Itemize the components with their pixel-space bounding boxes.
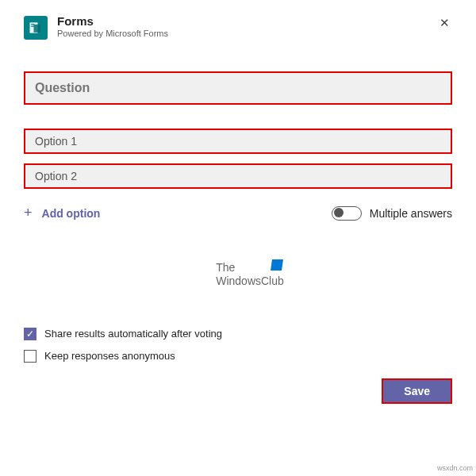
header-text: Forms Powered by Microsoft Forms [57, 14, 452, 38]
svg-rect-3 [31, 26, 34, 27]
multiple-answers-control: Multiple answers [332, 206, 452, 221]
svg-rect-2 [31, 24, 34, 25]
multiple-answers-label: Multiple answers [370, 207, 452, 220]
forms-icon [28, 20, 44, 36]
share-results-row: ✓ Share results automatically after voti… [24, 328, 452, 340]
add-option-button[interactable]: + Add option [24, 205, 100, 221]
watermark-line1: The [216, 261, 235, 274]
anonymous-checkbox[interactable] [24, 350, 36, 363]
share-results-label: Share results automatically after voting [44, 328, 222, 340]
dialog-container: Forms Powered by Microsoft Forms ✕ + Add… [0, 0, 476, 418]
app-subtitle: Powered by Microsoft Forms [57, 29, 452, 38]
option-input-2[interactable] [24, 163, 452, 189]
close-button[interactable]: ✕ [436, 14, 452, 30]
source-note: wsxdn.com [437, 464, 473, 472]
anonymous-row: Keep responses anonymous [24, 350, 452, 363]
svg-rect-1 [34, 25, 40, 33]
controls-row: + Add option Multiple answers [24, 205, 452, 221]
anonymous-label: Keep responses anonymous [44, 350, 175, 362]
close-icon: ✕ [440, 16, 450, 29]
settings-area: ✓ Share results automatically after voti… [24, 328, 452, 363]
dialog-header: Forms Powered by Microsoft Forms ✕ [24, 14, 452, 40]
watermark-text: The WindowsClub [192, 261, 284, 288]
question-input[interactable] [24, 71, 452, 105]
forms-app-icon [24, 16, 48, 40]
watermark: The WindowsClub [24, 261, 452, 288]
add-option-label: Add option [42, 207, 101, 220]
option-input-1[interactable] [24, 129, 452, 154]
dialog-footer: Save [24, 378, 452, 404]
multiple-answers-toggle[interactable] [332, 206, 362, 221]
watermark-square-icon [271, 259, 283, 271]
app-title: Forms [57, 14, 452, 28]
toggle-knob [334, 208, 344, 217]
form-area: + Add option Multiple answers [24, 71, 452, 221]
share-results-checkbox[interactable]: ✓ [24, 328, 36, 340]
plus-icon: + [24, 205, 33, 221]
save-button[interactable]: Save [382, 378, 452, 404]
watermark-line2: WindowsClub [216, 274, 284, 287]
